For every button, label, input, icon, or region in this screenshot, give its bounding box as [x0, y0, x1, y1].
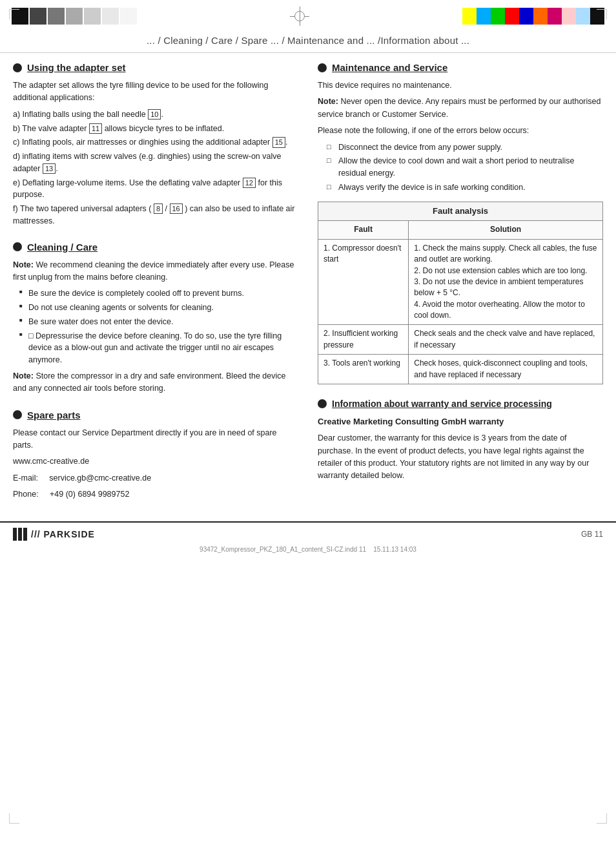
list-item: e) Deflating large-volume items. Use the… [13, 177, 298, 202]
list-item: Allow the device to cool down and wait a… [327, 155, 603, 180]
color-chips [462, 8, 604, 25]
footer: /// PARKSIDE GB 11 [0, 521, 616, 545]
chip-orange [533, 8, 548, 25]
chip-pink [562, 8, 576, 25]
corner-mark-tl [9, 9, 19, 19]
fault-table: Fault analysis Fault Solution 1. Compres… [318, 202, 603, 385]
bullet-adapter [13, 63, 22, 72]
bullet-cleaning [13, 242, 22, 251]
solution-col-header: Solution [409, 221, 603, 239]
section-maintenance: Maintenance and Service This device requ… [318, 62, 603, 384]
warranty-body: Creative Marketing Consulting GmbH warra… [318, 415, 603, 483]
list-item: a) Inflating balls using the ball needle… [13, 109, 298, 121]
chip-green [491, 8, 505, 25]
black-sq-4 [66, 8, 83, 25]
logo-bars-icon [13, 528, 27, 541]
spare-title: Spare parts [13, 410, 298, 421]
table-row: 2. Insufficient working pressure Check s… [318, 325, 603, 355]
page-number: GB 11 [581, 530, 603, 539]
cleaning-list: Be sure the device is completely cooled … [13, 287, 298, 366]
logo-bar-2 [18, 528, 22, 541]
breadcrumb: ... / Cleaning / Care / Spare ... / Main… [0, 30, 616, 53]
list-item: b) The valve adapter 11 allows bicycle t… [13, 123, 298, 135]
table-row: 1. Compressor doesn't start 1. Check the… [318, 239, 603, 325]
bullet-spare [13, 410, 22, 419]
black-sq-7 [120, 8, 137, 25]
maintenance-body: This device requires no maintenance. Not… [318, 79, 603, 194]
section-cleaning: Cleaning / Care Note: We recommend clean… [13, 242, 298, 395]
cleaning-body: Note: We recommend cleaning the device i… [13, 259, 298, 395]
spare-body: Please contact our Service Department di… [13, 427, 298, 501]
maintenance-title: Maintenance and Service [318, 62, 603, 73]
black-sq-3 [48, 8, 65, 25]
corner-mark-bl [9, 813, 19, 824]
list-item: c) Inflating pools, air mattresses or di… [13, 136, 298, 149]
corner-mark-tr [597, 9, 607, 19]
list-item: d) inflating items with screw valves (e.… [13, 151, 298, 175]
right-column: Maintenance and Service This device requ… [311, 53, 603, 515]
adapter-title: Using the adapter set [13, 62, 298, 73]
crosshair-top [137, 6, 462, 26]
chip-lightblue [576, 8, 590, 25]
list-item: Be sure the device is completely cooled … [19, 287, 298, 300]
list-item: Be sure water does not enter the device. [19, 316, 298, 328]
solution-cell: Check seals and the check valve and have… [409, 325, 603, 355]
chip-magenta [548, 8, 562, 25]
list-item: Do not use cleaning agents or solvents f… [19, 302, 298, 314]
list-item: Disconnect the device from any power sup… [327, 141, 603, 154]
print-info: 93472_Kompressor_PKZ_180_A1_content_SI-C… [0, 545, 616, 556]
maintenance-list: Disconnect the device from any power sup… [318, 141, 603, 194]
adapter-list: a) Inflating balls using the ball needle… [13, 109, 298, 227]
logo-bar-3 [23, 528, 27, 541]
cleaning-title: Cleaning / Care [13, 242, 298, 253]
parkside-logo: /// PARKSIDE [13, 528, 95, 541]
chip-red [505, 8, 519, 25]
crosshair-icon [290, 6, 309, 26]
main-content: Using the adapter set The adapter set al… [0, 53, 616, 515]
color-bar-row [0, 0, 616, 30]
black-sq-6 [102, 8, 119, 25]
chip-yellow [462, 8, 477, 25]
crosshair-circle [294, 11, 305, 21]
fault-cell: 2. Insufficient working pressure [318, 325, 409, 355]
black-squares [12, 8, 137, 25]
bullet-warranty [318, 399, 327, 408]
fault-cell: 1. Compressor doesn't start [318, 239, 409, 325]
bullet-maintenance [318, 63, 327, 72]
fault-analysis-header: Fault analysis [318, 202, 603, 221]
solution-cell: Check hoses, quick-disconnect coupling a… [409, 355, 603, 384]
left-column: Using the adapter set The adapter set al… [13, 53, 298, 515]
list-item: □ Depressurise the device before cleanin… [19, 330, 298, 366]
fault-col-header: Fault [318, 221, 409, 239]
list-item: Always verify the device is in safe work… [327, 182, 603, 194]
chip-cyan [477, 8, 491, 25]
solution-cell: 1. Check the mains supply. Check all cab… [409, 239, 603, 325]
section-adapter: Using the adapter set The adapter set al… [13, 62, 298, 227]
black-sq-2 [30, 8, 46, 25]
chip-blue [519, 8, 533, 25]
warranty-title: Information about warranty and service p… [318, 399, 603, 409]
adapter-body: The adapter set allows the tyre filling … [13, 79, 298, 227]
logo-bar-1 [13, 528, 17, 541]
page: ... / Cleaning / Care / Spare ... / Main… [0, 0, 616, 843]
corner-mark-br [597, 813, 607, 824]
fault-cell: 3. Tools aren't working [318, 355, 409, 384]
list-item: f) The two tapered universal adapters ( … [13, 203, 298, 227]
section-warranty: Information about warranty and service p… [318, 399, 603, 483]
black-sq-5 [84, 8, 101, 25]
section-spare: Spare parts Please contact our Service D… [13, 410, 298, 501]
table-row: 3. Tools aren't working Check hoses, qui… [318, 355, 603, 384]
